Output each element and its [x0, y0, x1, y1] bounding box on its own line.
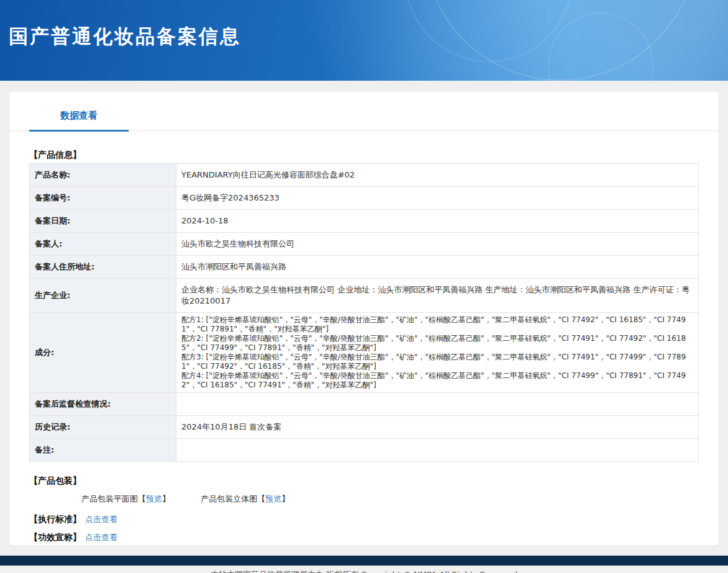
page-header: 国产普通化妆品备案信息 [0, 0, 728, 81]
field-value: 2024年10月18日 首次备案 [176, 416, 699, 439]
page-title: 国产普通化妆品备案信息 [9, 24, 241, 50]
field-value: 配方1: ["淀粉辛烯基琥珀酸铝"，"云母"，"辛酸/癸酸甘油三酯"，"矿油"，… [176, 313, 699, 393]
field-value: YEARNDIARY向往日记高光修容面部综合盘#02 [176, 164, 699, 187]
formula-line-2: 配方2: ["淀粉辛烯基琥珀酸铝"，"云母"，"辛酸/癸酸甘油三酯"，"矿油"，… [181, 334, 693, 353]
field-label: 成分: [30, 313, 176, 393]
table-row-supervision: 备案后监督检查情况: [30, 393, 699, 416]
field-label: 备案人住所地址: [30, 256, 176, 279]
packaging-flat-label: 产品包装平面图 [81, 494, 138, 503]
bracket-close: 】 [281, 494, 289, 503]
packaging-stereo-preview-link[interactable]: 预览 [265, 494, 281, 503]
formula-line-4: 配方4: ["淀粉辛烯基琥珀酸铝"，"云母"，"辛酸/癸酸甘油三酯"，"矿油"，… [181, 371, 693, 390]
field-label: 备案日期: [30, 210, 176, 233]
bracket-open: 【 [138, 494, 146, 503]
table-row-history: 历史记录: 2024年10月18日 首次备案 [30, 416, 699, 439]
standards-view-link[interactable]: 点击查看 [85, 515, 117, 524]
tab-data-view[interactable]: 数据查看 [29, 110, 129, 132]
field-label: 备案人: [30, 233, 176, 256]
bracket-open: 【 [257, 494, 265, 503]
packaging-row: 产品包装平面图【预览】 产品包装立体图【预览】 [81, 494, 699, 505]
field-label: 备注: [30, 439, 176, 462]
field-label: 产品名称: [30, 164, 176, 187]
packaging-stereo-label: 产品包装立体图 [201, 494, 257, 503]
product-info-table: 产品名称: YEARNDIARY向往日记高光修容面部综合盘#02 备案编号: 粤… [29, 163, 699, 462]
efficacy-view-link[interactable]: 点击查看 [85, 533, 117, 542]
field-value [176, 393, 699, 416]
formula-line-3: 配方3: ["淀粉辛烯基琥珀酸铝"，"云母"，"辛酸/癸酸甘油三酯"，"矿油"，… [181, 353, 693, 371]
packaging-flat-item: 产品包装平面图【预览】 [81, 494, 170, 503]
field-value: 汕头市欧之昊生物科技有限公司 [176, 233, 699, 256]
packaging-stereo-item: 产品包装立体图【预览】 [201, 494, 289, 503]
bracket-close: 】 [162, 494, 170, 503]
standards-title: 【执行标准】 [29, 514, 81, 524]
field-value: 企业名称：汕头市欧之昊生物科技有限公司 企业地址：汕头市潮阳区和平凤善福兴路 生… [176, 279, 699, 313]
table-row-manufacturer: 生产企业: 企业名称：汕头市欧之昊生物科技有限公司 企业地址：汕头市潮阳区和平凤… [30, 279, 699, 313]
table-row-ingredients: 成分: 配方1: ["淀粉辛烯基琥珀酸铝"，"云母"，"辛酸/癸酸甘油三酯"，"… [30, 313, 699, 393]
table-row-filer: 备案人: 汕头市欧之昊生物科技有限公司 [30, 233, 699, 256]
field-label: 备案后监督检查情况: [30, 393, 176, 416]
table-row-filing-date: 备案日期: 2024-10-18 [30, 210, 699, 233]
footer-bar [0, 556, 728, 566]
section-title-packaging: 【产品包装】 [29, 476, 699, 487]
formula-line-1: 配方1: ["淀粉辛烯基琥珀酸铝"，"云母"，"辛酸/癸酸甘油三酯"，"矿油"，… [181, 315, 693, 334]
field-label: 生产企业: [30, 279, 176, 313]
section-title-product-info: 【产品信息】 [29, 150, 699, 161]
tab-bar: 数据查看 [10, 92, 718, 131]
table-row-filing-number: 备案编号: 粤G妆网备字2024365233 [30, 187, 699, 210]
efficacy-title: 【功效宣称】 [29, 532, 81, 542]
field-value: 2024-10-18 [176, 210, 699, 233]
standards-section: 【执行标准】点击查看 [29, 514, 699, 525]
table-row-product-name: 产品名称: YEARNDIARY向往日记高光修容面部综合盘#02 [30, 164, 699, 187]
table-row-filer-address: 备案人住所地址: 汕头市潮阳区和平凤善福兴路 [30, 256, 699, 279]
field-label: 备案编号: [30, 187, 176, 210]
field-label: 历史记录: [30, 416, 176, 439]
packaging-flat-preview-link[interactable]: 预览 [146, 494, 162, 503]
footer-text: 本站由国家药品监督管理局主办 版权所有 Copyright © NMPA All… [0, 566, 728, 573]
field-value: 粤G妆网备字2024365233 [176, 187, 699, 210]
field-value [176, 439, 699, 462]
content-card: 数据查看 【产品信息】 产品名称: YEARNDIARY向往日记高光修容面部综合… [10, 92, 718, 545]
table-row-remarks: 备注: [30, 439, 699, 462]
efficacy-section: 【功效宣称】点击查看 [29, 532, 699, 543]
field-value: 汕头市潮阳区和平凤善福兴路 [176, 256, 699, 279]
